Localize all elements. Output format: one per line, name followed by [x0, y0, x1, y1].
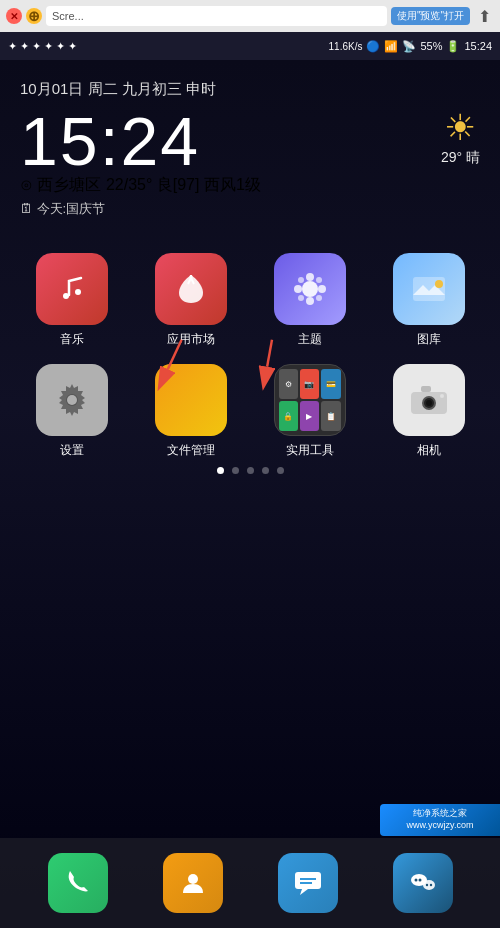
watermark-line2: www.ycwjzy.com — [407, 820, 474, 832]
notification-stars: ✦ ✦ ✦ ✦ ✦ ✦ — [8, 40, 77, 53]
files-label: 文件管理 — [167, 442, 215, 459]
network-speed: 11.6K/s — [329, 41, 363, 52]
dock-wechat[interactable] — [393, 853, 453, 913]
weather-right: ☀ 29° 晴 — [441, 107, 480, 167]
weather-row: 15:24 ⊙ 西乡塘区 22/35° 良[97] 西风1级 🗓 今天:国庆节 … — [20, 107, 480, 218]
svg-rect-19 — [421, 386, 431, 392]
svg-point-0 — [63, 293, 69, 299]
bottom-dock — [0, 838, 500, 928]
tools-label: 实用工具 — [286, 442, 334, 459]
weather-left: 15:24 ⊙ 西乡塘区 22/35° 良[97] 西风1级 🗓 今天:国庆节 — [20, 107, 261, 218]
weather-location: ⊙ 西乡塘区 22/35° 良[97] 西风1级 — [20, 175, 261, 196]
appstore-label: 应用市场 — [167, 331, 215, 348]
app-gallery[interactable]: 图库 — [373, 253, 484, 348]
svg-rect-26 — [295, 872, 321, 889]
music-icon — [36, 253, 108, 325]
url-text: Scre... — [52, 10, 84, 22]
watermark: 纯净系统之家 www.ycwjzy.com — [380, 804, 500, 836]
contacts-dock-icon — [163, 853, 223, 913]
app-camera[interactable]: 相机 — [373, 364, 484, 459]
bluetooth-icon: 🔵 — [366, 40, 380, 53]
date-time-area: 10月01日 周二 九月初三 申时 15:24 ⊙ 西乡塘区 22/35° 良[… — [0, 60, 500, 228]
settings-icon — [36, 364, 108, 436]
theme-label: 主题 — [298, 331, 322, 348]
svg-point-6 — [318, 285, 326, 293]
camera-icon — [393, 364, 465, 436]
phone-frame: ✦ ✦ ✦ ✦ ✦ ✦ 11.6K/s 🔵 📶 📡 55% 🔋 15:24 10… — [0, 32, 500, 928]
phone-content: 10月01日 周二 九月初三 申时 15:24 ⊙ 西乡塘区 22/35° 良[… — [0, 60, 500, 928]
app-grid: 音乐 应用市场 — [0, 233, 500, 459]
appstore-icon — [155, 253, 227, 325]
svg-point-20 — [440, 394, 444, 398]
svg-point-3 — [306, 273, 314, 281]
sun-icon: ☀ — [441, 107, 480, 149]
sms-dock-icon — [278, 853, 338, 913]
svg-point-8 — [316, 277, 322, 283]
svg-point-34 — [429, 884, 431, 886]
svg-point-12 — [435, 280, 443, 288]
svg-point-18 — [426, 400, 432, 406]
page-dot-3 — [247, 467, 254, 474]
page-dots — [0, 467, 500, 474]
wifi-icon: 📶 — [384, 40, 398, 53]
app-tools[interactable]: ⚙ 📷 💳 🔒 ▶ 📋 实用工具 — [254, 364, 365, 459]
svg-point-1 — [75, 289, 81, 295]
dock-sms[interactable] — [278, 853, 338, 913]
weather-holiday: 🗓 今天:国庆节 — [20, 200, 261, 218]
page-dot-1 — [217, 467, 224, 474]
status-right: 11.6K/s 🔵 📶 📡 55% 🔋 15:24 — [329, 40, 492, 53]
app-files[interactable]: 文件管理 — [135, 364, 246, 459]
svg-point-33 — [425, 884, 427, 886]
gallery-label: 图库 — [417, 331, 441, 348]
music-label: 音乐 — [60, 331, 84, 348]
svg-point-30 — [423, 880, 435, 890]
tools-icon: ⚙ 📷 💳 🔒 ▶ 📋 — [274, 364, 346, 436]
preview-button[interactable]: 使用"预览"打开 — [391, 7, 470, 25]
page-dot-5 — [277, 467, 284, 474]
phone-dock-icon — [48, 853, 108, 913]
files-icon — [155, 364, 227, 436]
watermark-line1: 纯净系统之家 — [407, 808, 474, 820]
app-appstore[interactable]: 应用市场 — [135, 253, 246, 348]
weather-temp: 29° 晴 — [441, 149, 480, 167]
url-bar[interactable]: Scre... — [46, 6, 387, 26]
svg-point-31 — [414, 879, 417, 882]
wechat-dock-icon — [393, 853, 453, 913]
status-left: ✦ ✦ ✦ ✦ ✦ ✦ — [8, 40, 77, 53]
dock-contacts[interactable] — [163, 853, 223, 913]
svg-point-2 — [302, 281, 318, 297]
time-display: 15:24 — [464, 40, 492, 52]
app-theme[interactable]: 主题 — [254, 253, 365, 348]
svg-point-5 — [294, 285, 302, 293]
svg-point-4 — [306, 297, 314, 305]
date-text: 10月01日 周二 九月初三 申时 — [20, 80, 480, 99]
browser-actions: 使用"预览"打开 ⬆ — [391, 6, 494, 26]
svg-point-7 — [298, 277, 304, 283]
browser-bar: ✕ ⊕ Scre... 使用"预览"打开 ⬆ — [0, 0, 500, 32]
dock-phone[interactable] — [48, 853, 108, 913]
camera-label: 相机 — [417, 442, 441, 459]
gallery-icon — [393, 253, 465, 325]
svg-point-32 — [418, 879, 421, 882]
battery-icon: 🔋 — [446, 40, 460, 53]
app-music[interactable]: 音乐 — [16, 253, 127, 348]
share-button[interactable]: ⬆ — [474, 6, 494, 26]
page-dot-4 — [262, 467, 269, 474]
svg-point-10 — [316, 295, 322, 301]
close-button[interactable]: ✕ — [6, 8, 22, 24]
time-large: 15:24 — [20, 107, 261, 175]
page-dot-2 — [232, 467, 239, 474]
minimize-button[interactable]: ⊕ — [26, 8, 42, 24]
signal-icon: 📡 — [402, 40, 416, 53]
svg-point-9 — [298, 295, 304, 301]
svg-point-25 — [188, 874, 198, 884]
battery-text: 55% — [420, 40, 442, 52]
status-bar: ✦ ✦ ✦ ✦ ✦ ✦ 11.6K/s 🔵 📶 📡 55% 🔋 15:24 — [0, 32, 500, 60]
theme-icon — [274, 253, 346, 325]
settings-label: 设置 — [60, 442, 84, 459]
svg-point-14 — [67, 395, 77, 405]
app-settings[interactable]: 设置 — [16, 364, 127, 459]
